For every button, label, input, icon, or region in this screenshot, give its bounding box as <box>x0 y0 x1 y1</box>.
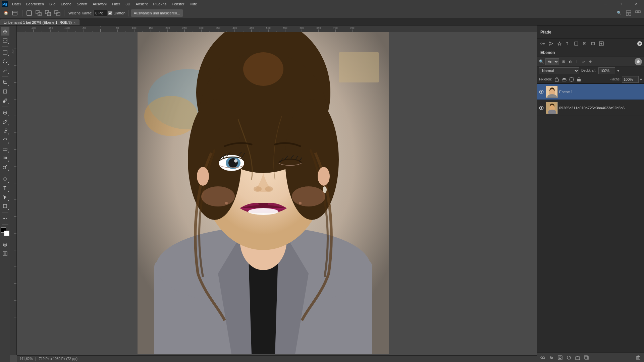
link-layers-icon[interactable] <box>539 354 546 361</box>
close-button[interactable]: ✕ <box>629 0 644 8</box>
menu-auswahl[interactable]: Auswahl <box>90 0 109 8</box>
svg-text:0: 0 <box>100 26 102 29</box>
menu-fenster[interactable]: Fenster <box>169 0 187 8</box>
eyedropper-tool[interactable] <box>1 96 9 105</box>
panel-options-dot[interactable] <box>637 41 642 46</box>
svg-point-163 <box>225 202 228 204</box>
glatten-checkbox[interactable] <box>108 11 112 15</box>
dodge-tool[interactable] <box>1 163 9 171</box>
magic-wand-tool[interactable] <box>1 66 9 75</box>
layer-visibility-toggle[interactable] <box>538 105 544 111</box>
mask-mode-tool[interactable] <box>1 240 9 249</box>
minimize-button[interactable]: ─ <box>598 0 613 8</box>
intersect-selection-icon[interactable] <box>53 9 61 17</box>
photo-canvas[interactable] <box>138 32 389 354</box>
panel-icon-8[interactable] <box>598 40 605 47</box>
frame-tool[interactable] <box>1 87 9 96</box>
menu-ansicht[interactable]: Ansicht <box>133 0 150 8</box>
filter-active-toggle[interactable] <box>635 58 642 65</box>
new-group-icon[interactable] <box>574 354 581 361</box>
eraser-tool[interactable] <box>1 144 9 153</box>
panel-icon-6[interactable] <box>581 40 588 47</box>
new-layer-icon[interactable] <box>583 354 590 361</box>
layers-filter-type[interactable]: Art <box>545 58 559 65</box>
filter-shape-icon[interactable]: ▱ <box>581 59 587 65</box>
lock-transparent-icon[interactable] <box>554 76 560 82</box>
svg-rect-58 <box>4 244 6 246</box>
artboard-tool[interactable] <box>1 36 9 45</box>
menu-bild[interactable]: Bild <box>47 0 58 8</box>
maximize-button[interactable]: □ <box>613 0 629 8</box>
fill-chevron[interactable]: ▾ <box>640 77 642 82</box>
svg-point-164 <box>299 202 302 204</box>
filter-adjust-icon[interactable]: ◐ <box>567 59 573 65</box>
menu-schrift[interactable]: Schrift <box>74 0 90 8</box>
svg-point-196 <box>541 357 543 359</box>
fill-input[interactable] <box>622 76 639 83</box>
home-icon[interactable]: 🏠 <box>2 9 10 17</box>
lasso-tool[interactable] <box>1 57 9 66</box>
menu-plugins[interactable]: Plug-ins <box>150 0 169 8</box>
add-mask-icon[interactable] <box>556 354 564 361</box>
panel-icon-1[interactable] <box>539 40 546 47</box>
arrange-icon[interactable] <box>634 9 642 17</box>
text-tool[interactable]: T <box>1 184 9 192</box>
weiche-kante-input[interactable] <box>94 10 107 16</box>
rect-select-tool[interactable] <box>1 48 9 57</box>
filter-text-icon[interactable]: T <box>574 59 580 65</box>
path-select-tool[interactable] <box>1 193 9 201</box>
menu-filter[interactable]: Filter <box>109 0 123 8</box>
clone-stamp-tool[interactable] <box>1 126 9 135</box>
layer-style-icon[interactable]: fx <box>548 354 555 361</box>
crop-tool[interactable] <box>1 78 9 87</box>
pen-tool[interactable] <box>1 175 9 183</box>
subtract-selection-icon[interactable]: - <box>44 9 52 17</box>
opacity-input[interactable] <box>598 67 615 74</box>
document-tab[interactable]: Unbenannt-1 bei 207% (Ebene 1, RGB/8) × <box>0 19 79 25</box>
tool-preset-icon[interactable] <box>11 9 19 17</box>
search-ui-icon[interactable]: 🔍 <box>615 9 623 17</box>
menu-ebene[interactable]: Ebene <box>58 0 74 8</box>
panel-icon-5[interactable] <box>573 40 580 47</box>
menu-bearbeiten[interactable]: Bearbeiten <box>23 0 47 8</box>
tool-separator-7 <box>2 239 8 239</box>
canvas-content[interactable] <box>17 32 537 355</box>
screen-mode-tool[interactable] <box>1 249 9 258</box>
fg-bg-colors[interactable] <box>1 227 9 236</box>
filter-smart-icon[interactable]: ⊛ <box>587 59 593 65</box>
panel-icon-4[interactable]: T <box>564 40 572 47</box>
background-color[interactable] <box>4 231 9 236</box>
layer-visibility-toggle[interactable] <box>538 89 544 95</box>
opacity-chevron[interactable]: ▾ <box>617 68 619 73</box>
healing-brush-tool[interactable] <box>1 108 9 117</box>
brush-tool[interactable] <box>1 117 9 126</box>
gradient-tool[interactable] <box>1 154 9 162</box>
add-selection-icon[interactable]: + <box>35 9 43 17</box>
workspace-icon[interactable] <box>625 9 633 17</box>
blend-mode-select[interactable]: Normal <box>539 67 579 74</box>
adjustment-layer-icon[interactable] <box>565 354 573 361</box>
layer-item[interactable]: 09265c211e010a725e3ba4623a92b5b6 <box>537 100 644 116</box>
move-tool[interactable] <box>1 27 9 36</box>
more-tools[interactable]: ••• <box>1 214 9 223</box>
layer-item[interactable]: Ebene 1 <box>537 84 644 100</box>
panel-icon-2[interactable] <box>547 40 555 47</box>
menu-3d[interactable]: 3D <box>123 0 133 8</box>
auswahlen-button[interactable]: Auswählen und maskieren... <box>131 9 183 17</box>
layers-list[interactable]: Ebene 1 09265c211e010a725e3ba4623a92b5b6 <box>537 84 644 353</box>
separator-3 <box>128 10 128 16</box>
canvas-area[interactable]: -200 -150 -100 -50 0 50 100 150 200 250 … <box>10 25 537 362</box>
tab-close-icon[interactable]: × <box>74 21 76 24</box>
menu-datei[interactable]: Datei <box>9 0 23 8</box>
shape-tool[interactable] <box>1 202 9 210</box>
new-selection-icon[interactable] <box>25 9 33 17</box>
history-brush-tool[interactable] <box>1 135 9 144</box>
lock-paint-icon[interactable] <box>561 76 567 82</box>
filter-pixel-icon[interactable]: ⊞ <box>560 59 567 65</box>
panel-icon-7[interactable] <box>589 40 597 47</box>
menu-hilfe[interactable]: Hilfe <box>187 0 200 8</box>
lock-all-icon[interactable] <box>576 76 582 82</box>
delete-layer-icon[interactable] <box>635 354 642 361</box>
panel-icon-3[interactable] <box>556 40 563 47</box>
lock-artboard-icon[interactable] <box>569 76 575 82</box>
